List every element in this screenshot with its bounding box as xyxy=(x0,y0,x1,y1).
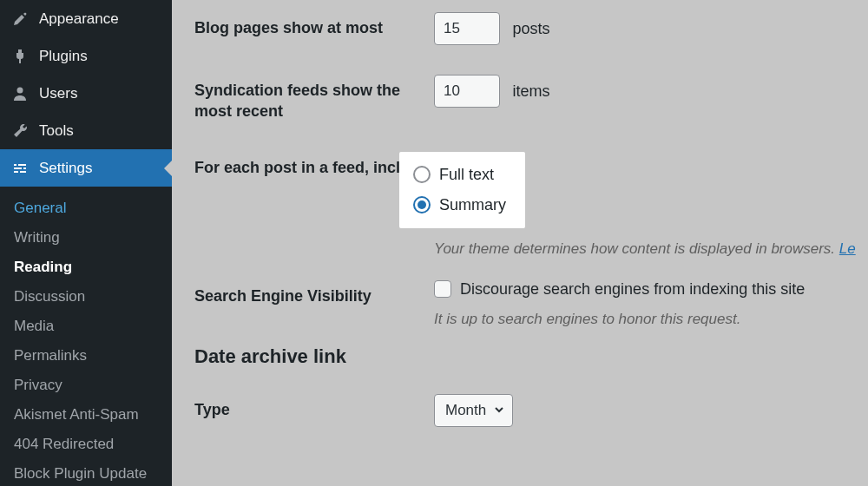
sidebar-item-settings[interactable]: Settings xyxy=(0,149,172,187)
search-visibility-checkbox-label: Discourage search engines from indexing … xyxy=(460,280,805,299)
feed-content-help: Your theme determines how content is dis… xyxy=(434,240,868,258)
date-archive-heading: Date archive link xyxy=(194,345,868,368)
radio-full-text-label: Full text xyxy=(439,166,494,184)
sidebar-item-label: Users xyxy=(39,85,77,102)
sidebar-item-label: Settings xyxy=(39,160,92,177)
row-archive-type: Type Month xyxy=(194,394,868,427)
svg-point-0 xyxy=(17,87,23,93)
radio-summary-label: Summary xyxy=(439,196,506,214)
submenu-item-writing[interactable]: Writing xyxy=(0,223,172,253)
user-icon xyxy=(10,84,30,103)
label-feed-content: For each post in a feed, include xyxy=(194,152,434,178)
plug-icon xyxy=(10,47,30,66)
row-feeds: Syndication feeds show the most recent i… xyxy=(194,75,868,122)
sidebar-item-plugins[interactable]: Plugins xyxy=(0,37,172,75)
radio-icon xyxy=(413,196,431,213)
label-blog-pages: Blog pages show at most xyxy=(194,12,434,38)
feeds-suffix: items xyxy=(512,82,549,100)
sidebar-item-users[interactable]: Users xyxy=(0,75,172,112)
wrench-icon xyxy=(10,122,30,141)
feeds-input[interactable] xyxy=(434,75,500,108)
sliders-icon xyxy=(10,159,30,178)
submenu-item-privacy[interactable]: Privacy xyxy=(0,371,172,400)
sidebar-item-label: Appearance xyxy=(39,10,119,28)
archive-type-select[interactable]: Month xyxy=(434,394,513,427)
feed-content-help-link[interactable]: Le xyxy=(839,240,856,257)
label-feeds: Syndication feeds show the most recent xyxy=(194,75,434,122)
submenu-item-media[interactable]: Media xyxy=(0,312,172,341)
radio-icon xyxy=(413,166,431,183)
settings-content: Blog pages show at most posts Syndicatio… xyxy=(172,0,868,486)
label-search-visibility: Search Engine Visibility xyxy=(194,280,434,306)
submenu-item-general[interactable]: General xyxy=(0,194,172,223)
radio-summary[interactable]: Summary xyxy=(413,196,506,214)
admin-sidebar: Appearance Plugins Users Tools Settings … xyxy=(0,0,172,486)
row-feed-content: For each post in a feed, include Full te… xyxy=(194,152,868,258)
submenu-item-404-redirected[interactable]: 404 Redirected xyxy=(0,430,172,459)
submenu-item-reading[interactable]: Reading xyxy=(0,253,172,282)
submenu-item-discussion[interactable]: Discussion xyxy=(0,282,172,312)
search-visibility-help: It is up to search engines to honor this… xyxy=(434,311,868,328)
blog-pages-suffix: posts xyxy=(512,20,549,37)
submenu-item-block-plugin-update[interactable]: Block Plugin Update xyxy=(0,459,172,486)
sidebar-item-appearance[interactable]: Appearance xyxy=(0,0,172,37)
feed-content-radio-group: Full text Summary xyxy=(399,152,525,228)
row-search-visibility: Search Engine Visibility Discourage sear… xyxy=(194,280,868,328)
blog-pages-input[interactable] xyxy=(434,12,500,45)
sidebar-item-label: Tools xyxy=(39,122,74,140)
brush-icon xyxy=(10,10,30,29)
settings-submenu: General Writing Reading Discussion Media… xyxy=(0,187,172,486)
radio-full-text[interactable]: Full text xyxy=(413,166,506,184)
sidebar-item-tools[interactable]: Tools xyxy=(0,112,172,149)
sidebar-item-label: Plugins xyxy=(39,48,88,65)
submenu-item-permalinks[interactable]: Permalinks xyxy=(0,341,172,371)
row-blog-pages: Blog pages show at most posts xyxy=(194,12,868,45)
search-visibility-checkbox[interactable] xyxy=(434,280,451,298)
submenu-item-akismet[interactable]: Akismet Anti-Spam xyxy=(0,400,172,430)
label-archive-type: Type xyxy=(194,394,434,420)
